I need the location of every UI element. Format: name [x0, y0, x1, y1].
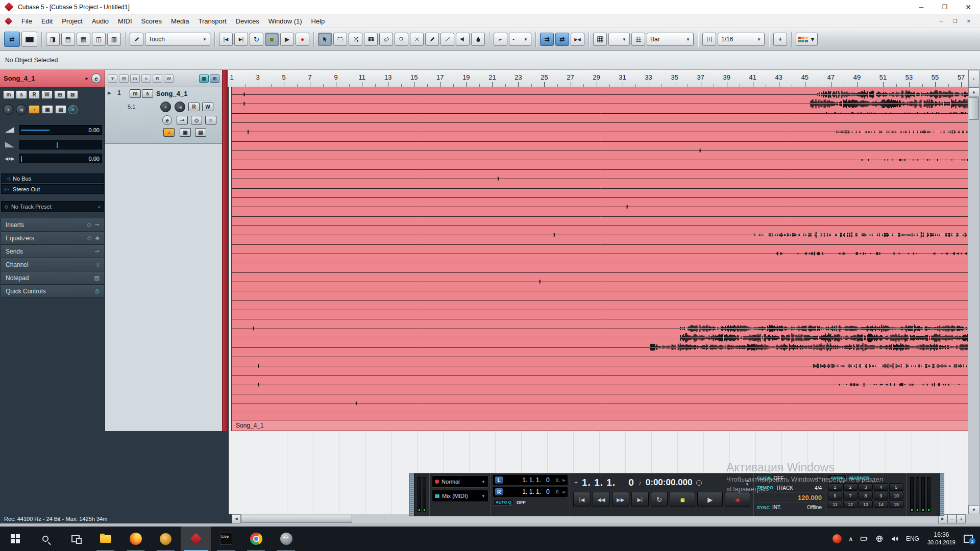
track-insert-state-button[interactable]: ⊸: [177, 116, 188, 124]
taskbar-ableton-live[interactable]: Live: [211, 527, 241, 551]
play-button[interactable]: ▶: [280, 33, 294, 46]
marker-button-3[interactable]: 3: [859, 483, 873, 491]
input-routing-row[interactable]: →| No Bus: [1, 173, 104, 183]
inspector-freeze-button[interactable]: ⊠: [67, 90, 78, 99]
action-center-button[interactable]: 3: [960, 527, 980, 551]
open-mixer-button[interactable]: ▥: [107, 33, 121, 46]
suspend-autoscroll-button[interactable]: ⇄: [555, 33, 569, 46]
pan-fader[interactable]: [19, 140, 102, 149]
right-locator[interactable]: R 1. 1. 1. 0 0. ◂‖: [493, 487, 568, 497]
zoom-in-button[interactable]: +: [957, 514, 966, 523]
track-view-button[interactable]: ▦: [199, 74, 209, 83]
taskbar-gimp[interactable]: [271, 527, 301, 551]
transport-handle-right[interactable]: [940, 473, 944, 516]
inspector-write-button[interactable]: W: [41, 90, 53, 99]
taskbar-search-button[interactable]: [30, 527, 60, 551]
sync-row[interactable]: SYNC INT. Offline: [754, 503, 825, 512]
project-setup-button[interactable]: [21, 32, 37, 47]
object-selection-tool-button[interactable]: [318, 33, 332, 46]
track-list-empty-area[interactable]: [105, 144, 222, 431]
marker-button-7[interactable]: 7: [843, 492, 857, 499]
crosshair-button[interactable]: +: [773, 33, 787, 46]
track-row[interactable]: ▶ 1 m s Song_4_1 5.1 ● ◀ R W e ⊸ ◇ ≡ ♪ ▣…: [105, 87, 222, 144]
musical-mode-button[interactable]: ♪: [29, 105, 40, 114]
volume-fader[interactable]: 0.00: [19, 125, 102, 135]
transport-record-button[interactable]: ●: [725, 492, 750, 507]
edit-channel-button[interactable]: e: [91, 73, 101, 83]
show-inspector-button[interactable]: ◨: [46, 33, 60, 46]
track-send-state-button[interactable]: ≡: [205, 116, 216, 124]
show-overview-button[interactable]: ▦: [77, 33, 90, 46]
stop-button[interactable]: ■: [265, 33, 279, 46]
menu-item-edit[interactable]: Edit: [37, 14, 57, 28]
inspector-section-equalizers[interactable]: Equalizers◇◈: [1, 232, 104, 245]
taskbar-firefox[interactable]: [120, 527, 151, 551]
taskbar-chrome[interactable]: [241, 527, 271, 551]
global-read-button[interactable]: R: [153, 74, 162, 83]
transport-goto-end-button[interactable]: ▶|: [631, 492, 649, 507]
glue-tool-button[interactable]: [364, 33, 378, 46]
cycle-button[interactable]: ↻: [250, 33, 263, 46]
color-selector-dropdown[interactable]: -▼: [509, 33, 531, 46]
inspector-section-quick-controls[interactable]: Quick Controls◎: [1, 285, 104, 298]
marker-button-1[interactable]: 1: [828, 483, 842, 491]
mdi-restore-button[interactable]: ❐: [949, 16, 961, 26]
track-write-button[interactable]: W: [202, 103, 213, 111]
tray-overflow-button[interactable]: ∧: [845, 527, 856, 551]
global-solo-button[interactable]: s: [141, 74, 151, 83]
erase-tool-button[interactable]: [379, 33, 393, 46]
timeline-ruler[interactable]: 1357911131517192123252729313335373941434…: [228, 70, 968, 87]
track-expand-icon[interactable]: ▶: [108, 90, 111, 95]
marker-button-4[interactable]: 4: [874, 483, 888, 491]
quantize-icon-button[interactable]: [702, 33, 716, 46]
show-info-line-button[interactable]: ▤: [61, 33, 75, 46]
track-solo-button[interactable]: s: [142, 89, 153, 98]
auto-quantize-button[interactable]: AUTO Q: [493, 499, 514, 506]
autoscroll-button[interactable]: ⇉: [540, 33, 554, 46]
toolbar-palette-button[interactable]: ▼: [796, 33, 818, 46]
track-list-arrow-button[interactable]: ▼: [108, 74, 117, 83]
delay-fader[interactable]: 0.00: [19, 154, 102, 163]
menu-item-audio[interactable]: Audio: [87, 14, 113, 28]
track-lanes-button[interactable]: ▤: [195, 128, 206, 137]
mute-tool-button[interactable]: [410, 33, 424, 46]
show-markers-button[interactable]: SHOW: [828, 474, 847, 481]
output-routing-row[interactable]: |→ Stereo Out: [1, 184, 104, 194]
track-lock-button[interactable]: ▣: [180, 128, 191, 137]
track-eq-state-button[interactable]: ◇: [191, 116, 202, 124]
click-row[interactable]: CLICK OFF ‖∗: [754, 473, 825, 483]
marker-button-8[interactable]: 8: [859, 492, 873, 499]
inspector-section-channel[interactable]: Channel▯: [1, 258, 104, 271]
arrange-area[interactable]: Song_4_1: [228, 87, 968, 514]
tray-network-button[interactable]: [872, 527, 887, 551]
grid-type-dropdown[interactable]: Bar▼: [647, 33, 694, 46]
open-pool-button[interactable]: ◫: [92, 33, 106, 46]
menu-item-scores[interactable]: Scores: [137, 14, 166, 28]
lock-button[interactable]: ▣: [42, 105, 53, 114]
inspector-section-notepad[interactable]: Notepad▤: [1, 271, 104, 285]
marker-button-12[interactable]: 12: [843, 500, 857, 508]
global-mute-button[interactable]: m: [130, 74, 140, 83]
transport-forward-button[interactable]: ▶▶: [612, 492, 629, 507]
vertical-scrollbar[interactable]: ▪ ▲ ▼: [968, 70, 979, 514]
inspector-solo-button[interactable]: s: [16, 90, 27, 99]
track-edit-channel-button[interactable]: e: [162, 115, 172, 125]
marker-button-9[interactable]: 9: [874, 492, 888, 499]
track-list-collapse-button[interactable]: ⊟: [119, 74, 129, 83]
scroll-left-button[interactable]: ◀: [232, 514, 241, 523]
menu-item-midi[interactable]: MIDI: [113, 14, 136, 28]
inspector-section-inserts[interactable]: Inserts◇⊸: [1, 218, 104, 232]
menu-item-file[interactable]: File: [17, 14, 37, 28]
lanes-button[interactable]: ▤: [55, 105, 66, 114]
taskbar-app-amber[interactable]: [151, 527, 181, 551]
mdi-minimize-button[interactable]: ─: [935, 16, 947, 26]
horizontal-scroll-thumb[interactable]: [241, 515, 352, 523]
snap-type-dropdown[interactable]: ▼: [608, 33, 630, 46]
position-nudge-buttons[interactable]: ▲▼: [745, 479, 749, 487]
menu-item-devices[interactable]: Devices: [231, 14, 264, 28]
goto-end-button[interactable]: ▶|: [234, 33, 248, 46]
transport-handle-left[interactable]: [410, 473, 414, 516]
time-display[interactable]: 0:00:00.000: [646, 478, 693, 488]
metronome-icons[interactable]: ‖∗: [817, 476, 822, 481]
quantize-dropdown[interactable]: 1/16▼: [718, 33, 765, 46]
